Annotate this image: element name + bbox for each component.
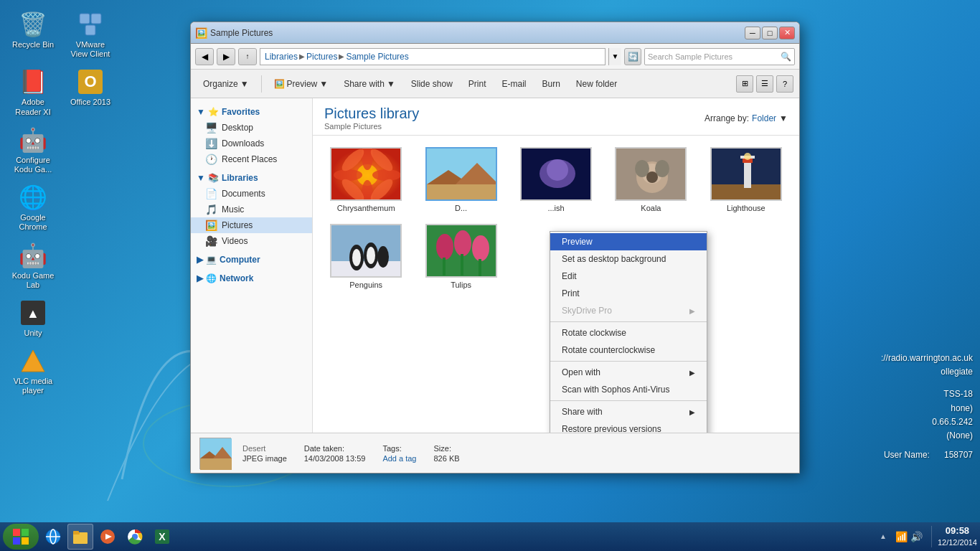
taskbar-excel[interactable]: X [149,524,175,550]
tray-expand-button[interactable]: ▲ [878,531,888,542]
ctx-restore-versions-label: Restore previous versions [562,424,661,433]
desktop-icon-office[interactable]: O Office 2013 [65,65,116,119]
sidebar-network-header[interactable]: ▶ 🌐 Network [191,270,312,286]
title-bar: 🖼️ Sample Pictures ─ □ ✕ [191,22,799,44]
svg-rect-1 [80,14,90,24]
sidebar-item-documents[interactable]: 📄 Documents [191,186,312,202]
desktop-icon-vmware[interactable]: VMware View Client [65,7,116,62]
close-button[interactable]: ✕ [779,27,795,39]
help-button[interactable]: ? [776,75,793,93]
address-path[interactable]: Libraries ▶ Pictures ▶ Sample Pictures [260,48,606,65]
taskbar-explorer[interactable] [67,524,93,550]
refresh-button[interactable]: 🔄 [624,48,641,65]
toolbar: Organize ▼ 🖼️ Preview ▼ Share with ▼ Sli… [191,70,799,98]
ctx-restore-versions[interactable]: Restore previous versions [550,420,707,433]
vlc-icon [19,347,47,375]
status-tags-value[interactable]: Add a tag [382,454,416,463]
tray-volume-icon[interactable]: 🔊 [910,531,923,542]
view-icons-button[interactable]: ⊞ [736,75,753,93]
kodu-lab-icon: 🤖 [19,241,47,270]
computer-icon: 💻 [206,255,217,265]
ctx-scan[interactable]: Scan with Sophos Anti-Virus [550,381,707,398]
ctx-share-with[interactable]: Share with ▶ [550,403,707,420]
forward-button[interactable]: ▶ [217,48,235,65]
desktop-icon-kodu-lab[interactable]: 🤖 Kodu Game Lab [7,238,59,293]
sidebar-item-pictures[interactable]: 🖼️ Pictures [191,217,312,233]
desktop-icon-recycle-bin[interactable]: 🗑️ Recycle Bin [7,7,59,62]
organize-label: Organize [203,79,238,89]
minimize-button[interactable]: ─ [745,27,760,39]
folder-icon: 🖼️ [195,27,207,39]
tray-network-icon[interactable]: 📶 [895,531,908,542]
burn-button[interactable]: Burn [536,75,567,93]
ctx-preview[interactable]: Preview [550,233,707,250]
photo-item-koala[interactable]: Koala [609,147,692,212]
photo-item-lighthouse[interactable]: Lighthouse [705,147,788,212]
taskbar-time-value: 09:58 [938,524,977,537]
photo-item-jellyfish[interactable]: ...ish [514,147,598,212]
view-details-button[interactable]: ☰ [756,75,773,93]
svg-rect-65 [73,531,79,534]
sidebar-item-videos[interactable]: 🎥 Videos [191,233,312,249]
sidebar-documents-label: Documents [222,189,265,199]
search-icon[interactable]: 🔍 [781,52,791,62]
photo-item-chrysanthemum[interactable]: Chrysanthemum [324,147,407,212]
computer-label: Computer [220,255,260,265]
content-area: Pictures library Sample Pictures Arrange… [313,98,799,433]
preview-button[interactable]: 🖼️ Preview ▼ [268,75,335,93]
path-sample-pictures[interactable]: Sample Pictures [346,52,408,62]
taskbar-clock[interactable]: 09:58 12/12/2014 [938,524,977,549]
status-filename-block: Desert JPEG image [242,444,287,463]
sidebar-item-music[interactable]: 🎵 Music [191,202,312,217]
path-pictures[interactable]: Pictures [306,52,337,62]
sidebar-item-desktop[interactable]: 🖥️ Desktop [191,120,312,136]
desktop-icon-vlc[interactable]: VLC media player [7,344,59,398]
slide-show-button[interactable]: Slide show [405,75,459,93]
desktop-icon-kodu-config[interactable]: 🤖 Configure Kodu Ga... [7,123,59,177]
ctx-print[interactable]: Print [550,285,707,302]
status-size-value: 826 KB [433,454,459,463]
sidebar-libraries-header[interactable]: ▼ 📚 Libraries [191,170,312,186]
ctx-rotate-cw[interactable]: Rotate clockwise [550,324,707,342]
address-dropdown[interactable]: ▼ [608,48,621,65]
right-info-line4: hone) [881,402,973,415]
organize-button[interactable]: Organize ▼ [197,75,255,93]
taskbar-tray: 📶 🔊 [892,531,925,542]
photo-label-chrysanthemum: Chrysanthemum [337,204,395,212]
ctx-edit[interactable]: Edit [550,268,707,285]
photo-thumb-lighthouse [710,147,782,201]
taskbar-media-player[interactable] [95,524,121,550]
email-button[interactable]: E-mail [495,75,532,93]
taskbar-chrome[interactable] [122,524,148,550]
favorites-star-icon: ⭐ [208,107,219,117]
search-bar[interactable]: Search Sample Pictures 🔍 [644,48,795,65]
start-button[interactable] [3,524,39,550]
maximize-button[interactable]: □ [762,27,778,39]
svg-point-37 [744,153,751,160]
sidebar-item-downloads[interactable]: ⬇️ Downloads [191,136,312,151]
sidebar-favorites-header[interactable]: ▼ ⭐ Favorites [191,104,312,120]
pictures-sidebar-icon: 🖼️ [205,220,217,231]
sidebar-computer-header[interactable]: ▶ 💻 Computer [191,252,312,268]
desktop-icon-adobe[interactable]: 📕 Adobe Reader XI [7,65,59,119]
context-menu: Preview Set as desktop background Edit P… [550,231,707,433]
path-libraries[interactable]: Libraries [265,52,298,62]
ctx-set-desktop[interactable]: Set as desktop background [550,250,707,268]
sidebar-item-recent-places[interactable]: 🕐 Recent Places [191,151,312,167]
new-folder-button[interactable]: New folder [570,75,623,93]
share-with-button[interactable]: Share with ▼ [337,75,402,93]
arrange-by-folder[interactable]: Folder [752,113,776,123]
ctx-rotate-ccw[interactable]: Rotate counterclockwise [550,342,707,359]
desktop-icon-chrome[interactable]: 🌐 Google Chrome [7,180,59,235]
back-button[interactable]: ◀ [195,48,214,65]
taskbar-ie[interactable] [40,524,66,550]
svg-point-48 [472,235,489,261]
ctx-open-with[interactable]: Open with ▶ [550,364,707,381]
arrange-by-arrow[interactable]: ▼ [779,113,788,123]
photo-item-tulips[interactable]: Tulips [419,224,502,289]
photo-item-penguins[interactable]: Penguins [324,224,407,289]
photo-item-desert[interactable]: D... [419,147,502,212]
desktop-icon-unity[interactable]: ▲ Unity [7,296,59,341]
up-button[interactable]: ↑ [238,48,257,65]
print-toolbar-button[interactable]: Print [462,75,493,93]
